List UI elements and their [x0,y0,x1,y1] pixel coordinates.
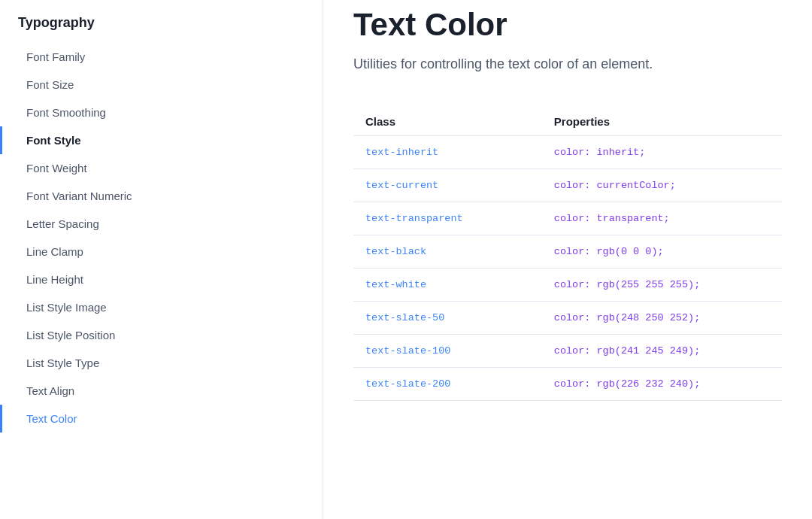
table-body: text-inheritcolor: inherit;text-currentc… [353,136,782,401]
table-cell-properties: color: rgb(255 255 255); [542,269,782,302]
sidebar-item-text-color[interactable]: Text Color [0,405,323,432]
sidebar-item-font-smoothing[interactable]: Font Smoothing [0,99,323,126]
col-header-properties: Properties [542,108,782,136]
table-cell-class: text-slate-50 [353,302,542,335]
sidebar: Typography Font FamilyFont SizeFont Smoo… [0,0,323,519]
main-content: Text Color Utilities for controlling the… [323,0,812,519]
table-row: text-slate-100color: rgb(241 245 249); [353,335,782,368]
table-cell-properties: color: rgb(241 245 249); [542,335,782,368]
sidebar-item-font-family[interactable]: Font Family [0,43,323,71]
table-cell-class: text-black [353,235,542,269]
table-cell-class: text-inherit [353,136,542,169]
sidebar-item-font-weight[interactable]: Font Weight [0,154,323,182]
table-row: text-whitecolor: rgb(255 255 255); [353,269,782,302]
sidebar-item-letter-spacing[interactable]: Letter Spacing [0,210,323,238]
page-subtitle: Utilities for controlling the text color… [353,54,782,74]
table-row: text-currentcolor: currentColor; [353,169,782,202]
table-row: text-slate-50color: rgb(248 250 252); [353,302,782,335]
col-header-class: Class [353,108,542,136]
table-row: text-inheritcolor: inherit; [353,136,782,169]
main-header: Text Color Utilities for controlling the… [353,0,782,93]
table-cell-properties: color: currentColor; [542,169,782,202]
table-cell-class: text-slate-100 [353,335,542,368]
sidebar-title: Typography [0,15,323,43]
sidebar-item-line-clamp[interactable]: Line Clamp [0,238,323,266]
sidebar-item-list-style-image[interactable]: List Style Image [0,293,323,321]
sidebar-item-line-height[interactable]: Line Height [0,266,323,293]
sidebar-item-text-align[interactable]: Text Align [0,377,323,405]
sidebar-item-list-style-type[interactable]: List Style Type [0,349,323,377]
table-cell-properties: color: rgb(248 250 252); [542,302,782,335]
table-cell-class: text-transparent [353,202,542,235]
sidebar-item-font-style[interactable]: Font Style [0,126,323,154]
text-color-word-text: Text [26,412,50,425]
table-cell-properties: color: transparent; [542,202,782,235]
page-title: Text Color [353,8,782,42]
table-row: text-slate-200color: rgb(226 232 240); [353,368,782,401]
table-cell-class: text-current [353,169,542,202]
table-cell-properties: color: inherit; [542,136,782,169]
sidebar-items: Font FamilyFont SizeFont SmoothingFont S… [0,43,323,432]
table-cell-class: text-white [353,269,542,302]
table-row: text-blackcolor: rgb(0 0 0); [353,235,782,269]
table-cell-properties: color: rgb(0 0 0); [542,235,782,269]
table-cell-properties: color: rgb(226 232 240); [542,368,782,401]
sidebar-item-font-size[interactable]: Font Size [0,71,323,99]
table-row: text-transparentcolor: transparent; [353,202,782,235]
sidebar-item-font-variant-numeric[interactable]: Font Variant Numeric [0,182,323,210]
text-color-word-color: Color [50,412,77,425]
properties-table: Class Properties text-inheritcolor: inhe… [353,108,782,401]
table-cell-class: text-slate-200 [353,368,542,401]
sidebar-item-list-style-position[interactable]: List Style Position [0,321,323,349]
